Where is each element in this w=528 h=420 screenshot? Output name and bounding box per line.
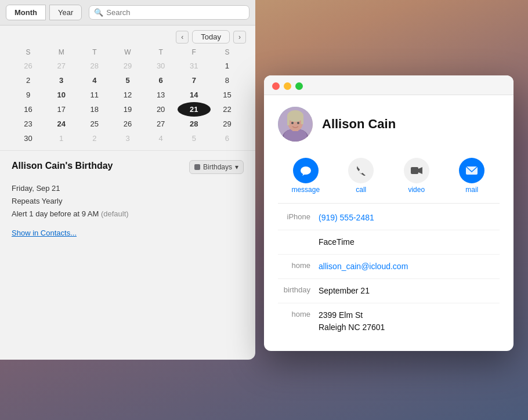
search-icon: 🔍: [94, 8, 103, 17]
calendar-day[interactable]: 13: [144, 88, 178, 102]
calendar-day[interactable]: 11: [78, 88, 111, 102]
traffic-lights: [272, 82, 303, 90]
calendar-day[interactable]: 29: [211, 117, 244, 131]
calendar-day[interactable]: 22: [211, 102, 244, 117]
birthday-value: September 21: [319, 285, 500, 297]
email-label: home: [278, 260, 319, 270]
calendar-day[interactable]: 9: [12, 88, 45, 102]
video-action-button[interactable]: video: [396, 158, 437, 194]
avatar-svg: [278, 107, 313, 142]
next-month-button[interactable]: ›: [233, 31, 246, 44]
calendar-day[interactable]: 1: [45, 131, 78, 146]
event-detail: Allison Cain's Birthday Birthdays ▾ Frid…: [0, 150, 255, 243]
address-label: home: [278, 309, 319, 318]
calendar-day[interactable]: 5: [111, 73, 144, 88]
calendar-day[interactable]: 16: [12, 102, 45, 117]
calendar-day[interactable]: 2: [78, 131, 111, 146]
action-buttons: message call video: [278, 152, 500, 204]
address-value: 2399 Elm StRaleigh NC 27601: [319, 309, 500, 334]
calendar-day[interactable]: 21: [178, 102, 211, 117]
birthday-field-row: birthday September 21: [278, 279, 500, 303]
contact-name: Allison Cain: [322, 117, 396, 132]
calendar-day[interactable]: 30: [12, 131, 45, 146]
minimize-button[interactable]: [284, 82, 291, 90]
calendar-day[interactable]: 14: [178, 88, 211, 102]
event-title: Allison Cain's Birthday: [12, 160, 113, 172]
address-field-row: home 2399 Elm StRaleigh NC 27601: [278, 303, 500, 339]
call-action-button[interactable]: call: [341, 158, 381, 194]
calendar-day[interactable]: 3: [111, 131, 144, 146]
fullscreen-button[interactable]: [295, 82, 303, 90]
calendar-color-dot: [194, 164, 200, 170]
year-tab[interactable]: Year: [49, 5, 82, 20]
contact-fields: iPhone (919) 555-2481 FaceTime home alli…: [278, 204, 500, 342]
calendar-day[interactable]: 6: [144, 73, 178, 88]
calendar-day[interactable]: 23: [12, 117, 45, 131]
video-icon: [404, 158, 429, 183]
mail-action-button[interactable]: mail: [451, 158, 492, 194]
calendar-day[interactable]: 27: [45, 59, 78, 73]
calendar-day[interactable]: 7: [178, 73, 211, 88]
calendar-day[interactable]: 6: [211, 131, 244, 146]
show-in-contacts-link[interactable]: Show in Contacts...: [12, 229, 244, 237]
message-action-button[interactable]: message: [285, 158, 326, 194]
event-alert-default: (default): [101, 209, 129, 218]
weekday-header: S: [12, 46, 45, 59]
event-meta: Friday, Sep 21 Repeats Yearly Alert 1 da…: [12, 182, 244, 220]
weekday-header: S: [211, 46, 244, 59]
svg-point-9: [291, 122, 294, 124]
calendar-nav: ‹ Today ›: [0, 26, 255, 46]
calendar-day[interactable]: 12: [111, 88, 144, 102]
weekday-header: M: [45, 46, 78, 59]
phone-label: iPhone: [278, 212, 319, 221]
calendar-day[interactable]: 26: [111, 117, 144, 131]
calendar-day[interactable]: 18: [78, 102, 111, 117]
facetime-value[interactable]: FaceTime: [319, 236, 500, 248]
calendar-day[interactable]: 8: [211, 73, 244, 88]
event-repeat: Repeats Yearly: [12, 195, 244, 208]
calendar-day[interactable]: 20: [144, 102, 178, 117]
email-value[interactable]: allison_cain@icloud.com: [319, 260, 500, 273]
calendar-day[interactable]: 26: [12, 59, 45, 73]
calendar-day[interactable]: 28: [178, 117, 211, 131]
search-input[interactable]: [106, 8, 244, 17]
calendar-day[interactable]: 28: [78, 59, 111, 73]
month-tab[interactable]: Month: [6, 5, 46, 20]
mail-icon: [459, 158, 484, 183]
contact-info: Allison Cain message call: [264, 95, 513, 351]
calendar-day[interactable]: 24: [45, 117, 78, 131]
calendar-panel: Month Year 🔍 ‹ Today › SMTWTFS 262728293…: [0, 0, 255, 360]
video-action-label: video: [408, 186, 425, 194]
calendar-day[interactable]: 15: [211, 88, 244, 102]
calendar-badge[interactable]: Birthdays ▾: [189, 160, 244, 174]
today-button[interactable]: Today: [192, 30, 230, 44]
call-icon: [348, 158, 374, 183]
calendar-day[interactable]: 4: [78, 73, 111, 88]
calendar-day[interactable]: 25: [78, 117, 111, 131]
calendar-day[interactable]: 1: [211, 59, 244, 73]
event-date: Friday, Sep 21: [12, 182, 244, 195]
mail-action-label: mail: [465, 186, 478, 194]
calendar-day[interactable]: 2: [12, 73, 45, 88]
calendar-day[interactable]: 29: [111, 59, 144, 73]
calendar-toolbar: Month Year 🔍: [0, 0, 255, 26]
prev-month-button[interactable]: ‹: [176, 31, 189, 44]
weekday-header: T: [144, 46, 178, 59]
calendar-day[interactable]: 10: [45, 88, 78, 102]
call-action-label: call: [356, 186, 366, 194]
calendar-day[interactable]: 31: [178, 59, 211, 73]
message-icon: [293, 158, 319, 183]
calendar-badge-label: Birthdays: [203, 163, 232, 171]
calendar-day[interactable]: 19: [111, 102, 144, 117]
calendar-day[interactable]: 5: [178, 131, 211, 146]
close-button[interactable]: [272, 82, 280, 90]
svg-point-11: [301, 166, 311, 175]
calendar-day[interactable]: 3: [45, 73, 78, 88]
phone-value[interactable]: (919) 555-2481: [319, 212, 500, 224]
avatar: [278, 107, 313, 142]
calendar-day[interactable]: 27: [144, 117, 178, 131]
calendar-day[interactable]: 17: [45, 102, 78, 117]
weekday-header: W: [111, 46, 144, 59]
calendar-day[interactable]: 4: [144, 131, 178, 146]
calendar-day[interactable]: 30: [144, 59, 178, 73]
